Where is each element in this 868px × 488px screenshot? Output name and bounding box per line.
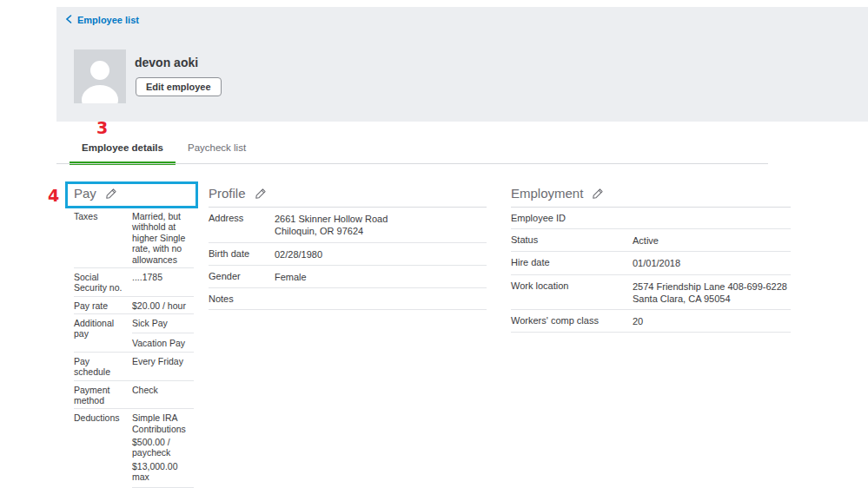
field-value: 02/28/1980 (275, 248, 487, 260)
pay-row-payment-method: Payment method Check (74, 381, 194, 410)
profile-section-title: Profile (209, 186, 246, 201)
field-value-line: Santa Clara, CA 95054 (633, 293, 791, 305)
pay-row-deductions: Deductions Simple IRA Contributions $500… (74, 409, 194, 488)
field-value: Every Friday (132, 356, 194, 378)
pencil-icon[interactable] (592, 188, 604, 200)
field-label: Deductions (74, 412, 128, 488)
field-value-line: Simple IRA Contributions (132, 412, 194, 434)
back-link-label: Employee list (77, 15, 139, 25)
employee-name: devon aoki (135, 56, 198, 69)
person-icon (90, 61, 109, 80)
field-value-line: $13,000.00 max (132, 461, 194, 483)
annotation-step-4: 4 (48, 186, 59, 205)
field-value-line: 2574 Friendship Lane 408-699-6228 (633, 280, 791, 293)
avatar (74, 49, 126, 103)
field-value: Female (275, 271, 487, 283)
field-value (275, 293, 487, 305)
profile-section: Profile Address 2661 Skinner Hollow Road… (209, 184, 487, 310)
field-value-line: 2661 Skinner Hollow Road (275, 213, 487, 225)
pencil-icon[interactable] (105, 188, 117, 200)
employment-row-status: Status Active (511, 229, 791, 252)
page-header: Employee list devon aoki Edit employee (56, 7, 868, 122)
pay-row-additional-pay: Additional pay Sick Pay Vacation Pay (74, 314, 194, 353)
tab-paycheck-list[interactable]: Paycheck list (176, 133, 258, 165)
employment-section-title: Employment (511, 186, 583, 201)
field-value: $20.00 / hour (132, 300, 194, 311)
profile-row-notes: Notes (209, 288, 487, 310)
field-label: Pay schedule (74, 356, 128, 378)
field-value: 01/01/2018 (633, 257, 791, 269)
profile-row-address: Address 2661 Skinner Hollow Road Chiloqu… (209, 208, 487, 243)
employee-details-content: 4 Pay Taxes Married, but withhold at hig… (0, 174, 868, 488)
chevron-left-icon (65, 15, 72, 25)
field-value: Active (633, 234, 791, 247)
employment-row-employee-id: Employee ID (511, 208, 791, 229)
employment-row-work-location: Work location 2574 Friendship Lane 408-6… (511, 275, 791, 311)
pay-section-header: Pay (74, 184, 194, 208)
field-label: Workers' comp class (511, 315, 628, 327)
profile-row-birth-date: Birth date 02/28/1980 (209, 243, 487, 266)
field-label: Notes (209, 293, 270, 305)
employment-row-hire-date: Hire date 01/01/2018 (511, 252, 791, 274)
field-label: Address (209, 213, 270, 238)
profile-row-gender: Gender Female (209, 266, 487, 288)
field-value: Sick Pay Vacation Pay (132, 318, 194, 349)
field-label: Social Security no. (74, 272, 128, 293)
field-label: Payment method (74, 385, 128, 406)
field-label: Status (511, 234, 628, 247)
field-value: 2661 Skinner Hollow Road Chiloquin, OR 9… (275, 213, 487, 238)
tab-employee-details[interactable]: Employee details (70, 133, 176, 165)
employment-section: Employment Employee ID Status Active Hir… (511, 184, 791, 333)
pay-section-title: Pay (74, 186, 96, 201)
pay-row-social-security: Social Security no. ....1785 (74, 268, 194, 297)
back-to-employee-list-link[interactable]: Employee list (65, 15, 139, 25)
field-value: ....1785 (132, 272, 194, 293)
field-value-line: Chiloquin, OR 97624 (275, 225, 487, 237)
field-value: Simple IRA Contributions $500.00 / paych… (132, 412, 194, 488)
pay-row-pay-schedule: Pay schedule Every Friday (74, 353, 194, 381)
profile-section-header: Profile (209, 184, 487, 208)
pay-row-pay-rate: Pay rate $20.00 / hour (74, 297, 194, 314)
field-value-line: $500.00 / paycheck (132, 437, 194, 458)
field-value: 20 (633, 315, 791, 327)
tab-divider (56, 163, 768, 164)
annotation-step-3: 3 (96, 118, 108, 137)
pencil-icon[interactable] (255, 188, 267, 200)
field-label: Hire date (511, 257, 628, 269)
field-value: Check (132, 385, 194, 406)
field-value-line: Sick Pay (132, 318, 194, 328)
field-label: Taxes (74, 211, 128, 265)
pay-section: 4 Pay Taxes Married, but withhold at hig… (74, 184, 194, 488)
field-value: Married, but withhold at higher Single r… (132, 211, 194, 265)
field-label: Employee ID (511, 213, 628, 224)
field-label: Pay rate (74, 300, 128, 311)
field-value-line: Vacation Pay (132, 338, 194, 348)
pay-row-taxes: Taxes Married, but withhold at higher Si… (74, 208, 194, 268)
field-label: Gender (209, 271, 270, 283)
employment-row-workers-comp-class: Workers' comp class 20 (511, 310, 791, 333)
employment-section-header: Employment (511, 184, 791, 208)
tab-bar: Employee details Paycheck list (70, 133, 258, 165)
field-label: Birth date (209, 248, 270, 260)
field-value (633, 213, 791, 224)
field-value: 2574 Friendship Lane 408-699-6228 Santa … (633, 280, 791, 306)
edit-employee-button[interactable]: Edit employee (136, 77, 222, 96)
field-label: Additional pay (74, 318, 128, 349)
field-label: Work location (511, 280, 628, 306)
